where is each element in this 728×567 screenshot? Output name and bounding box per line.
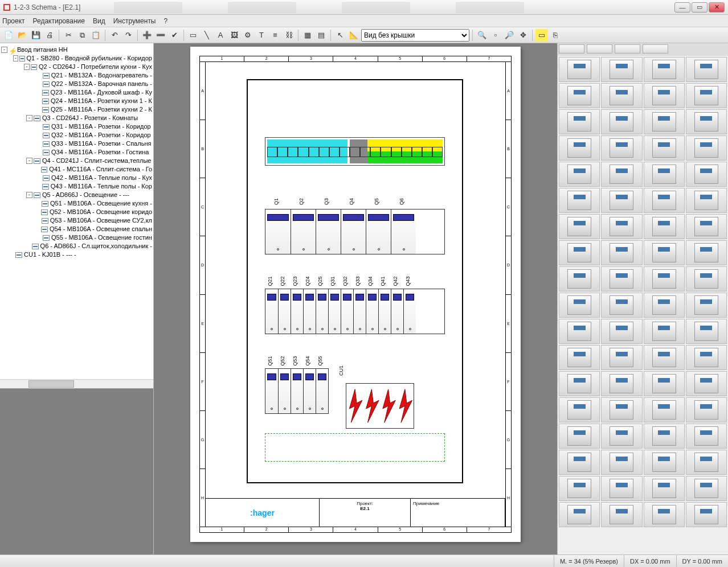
palette-item[interactable] xyxy=(686,397,727,422)
palette-item[interactable] xyxy=(644,397,685,422)
palette-item[interactable] xyxy=(559,319,600,344)
window-button[interactable]: ▦ xyxy=(301,29,314,42)
palette-item[interactable] xyxy=(686,266,727,291)
symbol-tool[interactable]: ⚙ xyxy=(242,29,254,42)
tree-item[interactable]: Q23 - MB116A - Духовой шкаф - Ку xyxy=(1,88,152,97)
din-row-1[interactable]: Q1Q2Q3Q4Q5Q6 xyxy=(265,194,445,257)
breaker-Q51[interactable] xyxy=(265,369,278,413)
palette-item[interactable] xyxy=(644,240,685,265)
zoom-fit-button[interactable]: ▫ xyxy=(489,29,502,42)
save-button[interactable]: 💾 xyxy=(30,29,42,42)
menu-help[interactable]: ? xyxy=(164,17,168,25)
palette-item[interactable] xyxy=(559,345,600,370)
tree-scrollbar[interactable] xyxy=(0,379,153,388)
line-tool[interactable]: ╲ xyxy=(201,29,213,42)
palette-item[interactable] xyxy=(559,214,600,239)
collapse-icon[interactable]: - xyxy=(24,64,30,70)
palette-item[interactable] xyxy=(559,424,600,449)
tree-item[interactable]: Q55 - MB106A - Освещение гостин xyxy=(1,233,152,242)
breaker-Q6[interactable] xyxy=(391,209,416,254)
palette-item[interactable] xyxy=(601,109,642,134)
breaker-Q52[interactable] xyxy=(278,369,291,413)
palette-item[interactable] xyxy=(559,397,600,422)
palette-item[interactable] xyxy=(686,240,727,265)
text-tool[interactable]: A xyxy=(214,29,227,42)
tree-item[interactable]: Q51 - MB106A - Освещение кухня - xyxy=(1,199,152,208)
chain-tool[interactable]: ⛓ xyxy=(283,29,295,42)
din-row-4-empty[interactable] xyxy=(265,433,445,462)
panel-button[interactable]: ▤ xyxy=(315,29,328,42)
tree-item[interactable]: Q43 - MB116A - Теплые полы - Кор xyxy=(1,182,152,191)
menu-view[interactable]: Вид xyxy=(93,17,105,25)
format-tool[interactable]: T xyxy=(255,29,268,42)
rect-tool[interactable]: ▭ xyxy=(187,29,199,42)
palette-item[interactable] xyxy=(601,397,642,422)
tree-item[interactable]: Q54 - MB106A - Освещение спальн xyxy=(1,225,152,233)
palette-item[interactable] xyxy=(686,109,727,134)
breaker-Q4[interactable] xyxy=(341,209,366,254)
palette-item[interactable] xyxy=(644,57,685,82)
palette-item[interactable] xyxy=(686,319,727,344)
palette-item[interactable] xyxy=(644,450,685,475)
tree-item[interactable]: -Q1 - SB280 - Вводной рубильник - Коридо… xyxy=(1,54,152,63)
view-select[interactable]: Вид без крышки xyxy=(361,29,469,42)
palette-item[interactable] xyxy=(601,266,642,291)
zoom-area-button[interactable]: 🔎 xyxy=(503,29,516,42)
breaker-Q31[interactable] xyxy=(328,289,341,334)
breaker-Q32[interactable] xyxy=(341,289,353,334)
palette-item[interactable] xyxy=(686,57,727,82)
palette-item[interactable] xyxy=(601,83,642,108)
palette-item[interactable] xyxy=(686,293,727,318)
palette-item[interactable] xyxy=(601,502,642,527)
minimize-button[interactable]: — xyxy=(674,2,690,13)
palette-item[interactable] xyxy=(601,293,642,318)
highlight-button[interactable]: ▭ xyxy=(535,29,548,42)
canvas[interactable]: 1234567 1234567 ABCDEFGH ABCDEFGH Q1Q2Q3… xyxy=(154,43,557,554)
breaker-Q34[interactable] xyxy=(366,289,378,334)
breaker-Q54[interactable] xyxy=(303,369,316,413)
tree-item[interactable]: Q21 - MB132A - Водонагреватель - xyxy=(1,71,152,80)
palette-item[interactable] xyxy=(644,424,685,449)
enclosure[interactable]: Q1Q2Q3Q4Q5Q6 Q21Q22Q23Q24Q25Q31Q32Q33Q34… xyxy=(247,79,463,483)
palette-item[interactable] xyxy=(601,240,642,265)
palette-item[interactable] xyxy=(601,135,642,161)
export-button[interactable]: ⎘ xyxy=(549,29,562,42)
tree-item[interactable]: -Q4 - CD241J - Сплит-система,теплые xyxy=(1,157,152,165)
palette-item[interactable] xyxy=(559,371,600,396)
palette-item[interactable] xyxy=(644,371,685,396)
palette-item[interactable] xyxy=(686,135,727,161)
tree-item[interactable]: Q31 - MB116A - Розетки - Коридор xyxy=(1,122,152,131)
component-tree[interactable]: - Ввод питания НН -Q1 - SB280 - Вводной … xyxy=(0,43,153,379)
busbar[interactable] xyxy=(265,137,445,166)
menu-tools[interactable]: Инструменты xyxy=(113,17,156,25)
collapse-icon[interactable]: - xyxy=(13,55,18,61)
din-row-3[interactable]: Q51Q52Q53Q54Q55 CU1 xyxy=(265,354,445,416)
tree-item[interactable]: Q32 - MB116A - Розетки - Коридор xyxy=(1,131,152,139)
palette-item[interactable] xyxy=(644,319,685,344)
cu-module[interactable] xyxy=(346,383,414,429)
palette-item[interactable] xyxy=(601,214,642,239)
menu-project[interactable]: Проект xyxy=(2,17,25,25)
pan-button[interactable]: ✥ xyxy=(517,29,529,42)
palette-item[interactable] xyxy=(686,476,727,501)
add-button[interactable]: ➕ xyxy=(141,29,153,42)
palette-item[interactable] xyxy=(601,162,642,187)
palette-item[interactable] xyxy=(644,293,685,318)
palette-tabs[interactable] xyxy=(558,43,728,56)
paste-button[interactable]: 📋 xyxy=(89,29,102,42)
palette-item[interactable] xyxy=(559,83,600,108)
undo-button[interactable]: ↶ xyxy=(108,29,121,42)
palette-item[interactable] xyxy=(686,450,727,475)
palette-item[interactable] xyxy=(644,266,685,291)
breaker-Q1[interactable] xyxy=(265,209,291,254)
breaker-Q5[interactable] xyxy=(366,209,391,254)
zoom-in-button[interactable]: 🔍 xyxy=(476,29,488,42)
palette-item[interactable] xyxy=(644,83,685,108)
close-button[interactable]: ✕ xyxy=(709,2,725,13)
tree-root[interactable]: - Ввод питания НН xyxy=(1,46,152,54)
palette-item[interactable] xyxy=(686,424,727,449)
breaker-Q33[interactable] xyxy=(353,289,366,334)
palette-item[interactable] xyxy=(559,109,600,134)
tree-item[interactable]: Q33 - MB116A - Розетки - Спальня xyxy=(1,139,152,148)
palette-item[interactable] xyxy=(686,214,727,239)
